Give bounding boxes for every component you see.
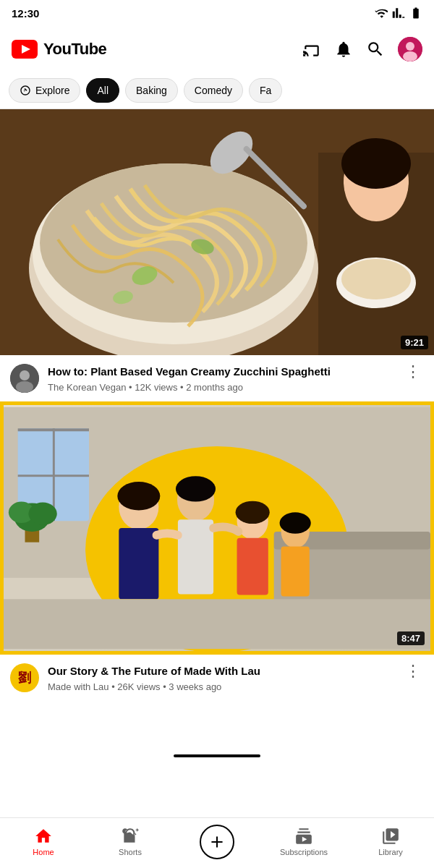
svg-point-8 <box>40 163 307 323</box>
svg-point-42 <box>236 501 270 524</box>
video-card-2: 8:47 劉 Our Story & The Future of Made Wi… <box>0 401 434 701</box>
video-thumbnail-2[interactable]: 8:47 <box>4 405 430 651</box>
nav-subscriptions[interactable]: Subscriptions <box>260 827 347 856</box>
video-meta-2: Made with Lau • 26K views • 3 weeks ago <box>48 681 393 692</box>
svg-point-20 <box>20 370 30 380</box>
search-button[interactable] <box>366 40 385 59</box>
home-indicator <box>174 754 260 757</box>
channel-avatar-2[interactable]: 劉 <box>10 663 39 692</box>
category-fa[interactable]: Fa <box>249 78 282 103</box>
svg-point-21 <box>16 381 33 393</box>
status-icons <box>375 7 422 20</box>
category-explore-label: Explore <box>35 85 69 96</box>
notifications-button[interactable] <box>334 40 353 59</box>
video-title-1[interactable]: How to: Plant Based Vegan Creamy Zucchin… <box>48 364 393 379</box>
home-icon <box>34 827 53 846</box>
svg-point-36 <box>117 482 160 510</box>
category-comedy[interactable]: Comedy <box>184 78 243 103</box>
battery-icon <box>409 7 422 20</box>
video-info-2: 劉 Our Story & The Future of Made With La… <box>0 655 434 701</box>
avatar-image <box>398 37 422 61</box>
svg-point-3 <box>406 42 414 51</box>
category-baking[interactable]: Baking <box>125 78 178 103</box>
header-actions <box>302 37 422 61</box>
svg-rect-47 <box>4 599 430 649</box>
status-time: 12:30 <box>12 7 39 20</box>
svg-point-31 <box>28 503 56 525</box>
pasta-svg <box>0 109 434 355</box>
youtube-logo[interactable]: YouTube <box>12 40 106 59</box>
youtube-logo-text: YouTube <box>43 40 106 59</box>
category-all[interactable]: All <box>86 78 119 103</box>
video-title-2[interactable]: Our Story & The Future of Made With Lau <box>48 663 393 678</box>
svg-point-4 <box>403 51 417 61</box>
family-svg <box>4 405 430 651</box>
video-card-1: 9:21 How to: Plant Based Vegan Creamy Zu… <box>0 109 434 401</box>
svg-rect-37 <box>119 528 158 599</box>
nav-home-label: Home <box>33 848 54 856</box>
channel-avatar-1[interactable] <box>10 364 39 393</box>
wifi-icon <box>375 7 388 20</box>
pasta-thumb-image <box>0 109 434 355</box>
video-card-2-wrapper: 8:47 <box>0 401 434 655</box>
signal-icon <box>392 7 405 20</box>
video-duration-2: 8:47 <box>397 631 425 645</box>
video-info-1: How to: Plant Based Vegan Creamy Zucchin… <box>0 355 434 401</box>
svg-rect-27 <box>18 475 89 477</box>
cast-button[interactable] <box>302 40 321 59</box>
video-meta-1: The Korean Vegan • 12K views • 2 months … <box>48 382 393 393</box>
video-details-2: Our Story & The Future of Made With Lau … <box>48 663 393 692</box>
nav-shorts-label: Shorts <box>119 848 142 856</box>
svg-point-39 <box>176 476 216 501</box>
video-more-button-2[interactable]: ⋮ <box>402 663 424 679</box>
channel-initial-2: 劉 <box>18 669 31 686</box>
nav-create[interactable] <box>174 825 260 859</box>
svg-rect-40 <box>178 519 213 594</box>
nav-subscriptions-label: Subscriptions <box>280 848 328 856</box>
library-icon <box>381 827 400 846</box>
bottom-nav: Home Shorts Subscriptions Library <box>0 817 434 868</box>
nav-library-label: Library <box>378 848 403 856</box>
channel-avatar-image-1 <box>10 364 39 393</box>
nav-library[interactable]: Library <box>347 827 434 856</box>
svg-point-18 <box>341 259 411 299</box>
svg-point-45 <box>280 512 311 534</box>
nav-home[interactable]: Home <box>0 827 87 856</box>
category-explore[interactable]: Explore <box>9 78 80 103</box>
video-thumbnail-1[interactable]: 9:21 <box>0 109 434 355</box>
nav-shorts[interactable]: Shorts <box>87 827 174 856</box>
status-bar: 12:30 <box>0 0 434 26</box>
compass-icon <box>20 85 31 96</box>
category-all-label: All <box>97 85 109 96</box>
category-baking-label: Baking <box>136 85 167 96</box>
video-duration-1: 9:21 <box>401 336 428 349</box>
subscriptions-icon <box>294 827 313 846</box>
category-fa-label: Fa <box>260 85 271 96</box>
svg-rect-43 <box>237 538 268 595</box>
youtube-logo-icon <box>12 40 38 59</box>
user-avatar[interactable] <box>398 37 422 61</box>
category-comedy-label: Comedy <box>195 85 232 96</box>
video-more-button-1[interactable]: ⋮ <box>402 364 424 380</box>
svg-point-16 <box>341 138 411 189</box>
video-details-1: How to: Plant Based Vegan Creamy Zucchin… <box>48 364 393 393</box>
content-area: 9:21 How to: Plant Based Vegan Creamy Zu… <box>0 109 434 701</box>
category-bar: Explore All Baking Comedy Fa <box>0 72 434 109</box>
svg-rect-46 <box>281 547 310 597</box>
shorts-icon <box>121 827 140 846</box>
family-thumb-image <box>4 405 430 651</box>
plus-icon <box>208 833 226 851</box>
app-header: YouTube <box>0 26 434 72</box>
create-button[interactable] <box>200 825 234 859</box>
